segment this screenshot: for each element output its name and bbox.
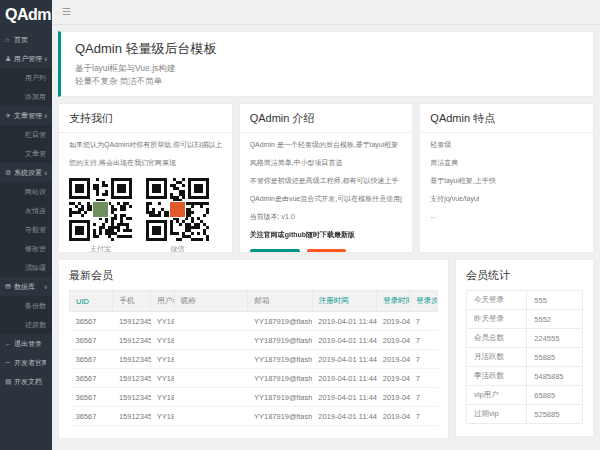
table-cell-username: YY187919 bbox=[151, 350, 175, 369]
table-header-cell[interactable]: UID bbox=[70, 291, 113, 312]
table-cell-register-time: 2019-04-01 11:44:20 bbox=[312, 350, 376, 369]
sidebar-item-label: 修改密码 bbox=[25, 244, 46, 254]
table-cell-phone: 15912345678 bbox=[113, 331, 151, 350]
members-header-row: UID 手机 用户名 昵称 邮箱 注册时间 bbox=[70, 291, 438, 312]
sidebar-item[interactable]: 添加用户 bbox=[0, 87, 52, 106]
table-cell-uid: 36567 bbox=[70, 312, 113, 331]
table-header-cell[interactable]: 登录时间 bbox=[377, 291, 410, 312]
alipay-qr-caption: 支付宝 bbox=[69, 244, 132, 253]
wechat-qr-code bbox=[146, 178, 209, 241]
stat-label: 过期vip bbox=[467, 405, 527, 424]
feature-line: 支持jq/vue/layui bbox=[430, 194, 583, 204]
sidebar-item-label: 导航管理 bbox=[25, 225, 46, 235]
table-cell-register-time: 2019-04-01 11:44:20 bbox=[312, 388, 376, 407]
sidebar-item[interactable]: ⌂ 首页 bbox=[0, 30, 52, 49]
stat-row: 会员总数 224555 bbox=[467, 329, 583, 348]
sidebar-item[interactable]: 还原数据库 bbox=[0, 315, 52, 334]
table-cell-login-time: 2019-04-01 11:44:20 bbox=[377, 312, 410, 331]
table-header-cell[interactable]: 昵称 bbox=[174, 291, 248, 312]
table-header-cell[interactable]: 手机 bbox=[113, 291, 151, 312]
stat-row: 季活跃数 5485885 bbox=[467, 367, 583, 386]
intro-line: QAdmin是由vue混合式开发,可以在模板任意使用jq或vue或layui bbox=[250, 194, 403, 204]
table-cell-nickname bbox=[174, 407, 248, 426]
sidebar-item[interactable]: ♟ 用户管理 ∨ bbox=[0, 49, 52, 68]
stat-label: vip用户 bbox=[467, 386, 527, 405]
table-header-cell[interactable]: 用户名 bbox=[151, 291, 175, 312]
stat-value: 55885 bbox=[527, 348, 583, 367]
sidebar-item[interactable]: ⚙ 系统设置 ∨ bbox=[0, 163, 52, 182]
sidebar-item[interactable]: 用户列表 bbox=[0, 68, 52, 87]
top-bar: ☰ bbox=[52, 0, 600, 25]
sidebar-item[interactable]: ✈ 文章管理 ∨ bbox=[0, 106, 52, 125]
table-cell-uid: 36567 bbox=[70, 407, 113, 426]
table-header-cell[interactable]: 邮箱 bbox=[248, 291, 312, 312]
gear-icon: ⚙ bbox=[5, 169, 14, 177]
wechat-qr-caption: 微信 bbox=[146, 244, 209, 253]
latest-members-panel: 最新会员 UID 手机 用户名 bbox=[58, 259, 449, 439]
sidebar-item[interactable]: 栏目管理 bbox=[0, 125, 52, 144]
chevron-down-icon: ∨ bbox=[44, 283, 48, 290]
sidebar-item[interactable]: 网站设置 bbox=[0, 182, 52, 201]
intro-line: 风格简洁简单,中小型项目首选 bbox=[250, 158, 403, 168]
table-cell-username: YY187919 bbox=[151, 407, 175, 426]
chevron-down-icon: ∨ bbox=[44, 169, 48, 176]
table-cell-email: YY187919@flash127.com bbox=[248, 350, 312, 369]
sidebar-item[interactable]: 友情连接 bbox=[0, 201, 52, 220]
sidebar-item[interactable]: ▤ 开发文档 bbox=[0, 372, 52, 391]
table-header-cell[interactable]: 注册时间 bbox=[312, 291, 376, 312]
sidebar-item[interactable]: ⛃ 数据库 ∨ bbox=[0, 277, 52, 296]
table-cell-register-time: 2019-04-01 11:44:20 bbox=[312, 312, 376, 331]
table-cell-username: YY187919 bbox=[151, 369, 175, 388]
stat-value: 5552 bbox=[527, 310, 583, 329]
menu-toggle-icon[interactable]: ☰ bbox=[62, 7, 71, 17]
table-cell-email: YY187919@flash127.com bbox=[248, 369, 312, 388]
table-cell-nickname bbox=[174, 331, 248, 350]
stat-value: 224555 bbox=[527, 329, 583, 348]
table-cell-phone: 15912345678 bbox=[113, 350, 151, 369]
members-table-body: 36567 15912345678 YY187919 YY187919@flas… bbox=[70, 312, 438, 426]
table-cell-login-time: 2019-04-01 11:44:20 bbox=[377, 331, 410, 350]
sidebar-item[interactable]: ─ 开发者官网 bbox=[0, 353, 52, 372]
sidebar-item-label: 系统设置 bbox=[14, 168, 42, 178]
doc-icon: ▤ bbox=[5, 378, 14, 386]
table-row: 36567 15912345678 YY187919 YY187919@flas… bbox=[70, 312, 438, 331]
table-cell-nickname bbox=[174, 388, 248, 407]
stat-value: 65885 bbox=[527, 386, 583, 405]
sidebar-item[interactable]: 清除缓存 bbox=[0, 258, 52, 277]
stat-label: 昨天登录 bbox=[467, 310, 527, 329]
main-area: ☰ QAdmin 轻量级后台模板 基于layui框架与Vue.js构建 轻量不复… bbox=[52, 0, 600, 450]
table-cell-nickname bbox=[174, 312, 248, 331]
sidebar-item[interactable]: 文章管理 bbox=[0, 144, 52, 163]
stat-label: 月活跃数 bbox=[467, 348, 527, 367]
table-cell-phone: 15912345678 bbox=[113, 312, 151, 331]
table-cell-login-count: 7 bbox=[410, 312, 438, 331]
sidebar-item[interactable]: 修改密码 bbox=[0, 239, 52, 258]
sidebar-item[interactable]: 导航管理 bbox=[0, 220, 52, 239]
sidebar-item[interactable]: ← 退出登录 bbox=[0, 334, 52, 353]
sidebar-item-label: 数据库 bbox=[14, 282, 42, 292]
banner-title: QAdmin 轻量级后台模板 bbox=[75, 40, 579, 58]
github-button[interactable]: github bbox=[307, 249, 347, 253]
table-cell-email: YY187919@flash127.com bbox=[248, 407, 312, 426]
stat-value: 555 bbox=[527, 291, 583, 310]
stat-row: vip用户 65885 bbox=[467, 386, 583, 405]
sidebar-item-label: 栏目管理 bbox=[25, 130, 46, 140]
link-icon: ─ bbox=[5, 359, 14, 366]
stat-label: 今天登录 bbox=[467, 291, 527, 310]
sidebar-item[interactable]: 备份数据库 bbox=[0, 296, 52, 315]
stats-table: 今天登录 555 昨天登录 5552 会员总数 bbox=[466, 290, 583, 424]
features-title: QAdmin 特点 bbox=[420, 104, 593, 133]
table-row: 36567 15912345678 YY187919 YY187919@flas… bbox=[70, 388, 438, 407]
support-text-1: 如果您认为QAdmin对你有所帮助,你可以扫描以上二维码支持我们! bbox=[69, 140, 222, 150]
stat-label: 会员总数 bbox=[467, 329, 527, 348]
table-cell-login-count: 7 bbox=[410, 350, 438, 369]
table-cell-uid: 36567 bbox=[70, 331, 113, 350]
table-cell-phone: 15912345678 bbox=[113, 369, 151, 388]
table-header-cell[interactable]: 登录次数 bbox=[410, 291, 438, 312]
table-row: 36567 15912345678 YY187919 YY187919@flas… bbox=[70, 331, 438, 350]
alipay-qr-code bbox=[69, 178, 132, 241]
official-site-button[interactable]: 进入官网 bbox=[250, 249, 300, 253]
sidebar-item-label: 退出登录 bbox=[14, 339, 46, 349]
members-title: 最新会员 bbox=[59, 260, 448, 290]
table-cell-login-time: 2019-04-01 11:44:20 bbox=[377, 350, 410, 369]
